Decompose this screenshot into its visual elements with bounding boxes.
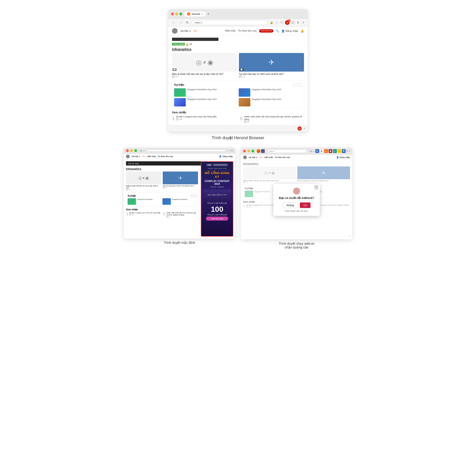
left-xem-items: 1 Ba đội V-League tranh nhau sân Hàng Đẩ… — [126, 212, 198, 218]
event-text-2: Singapore Resolution Day 2024 — [252, 88, 281, 91]
ext-icon-7[interactable]: ⦿ — [342, 149, 346, 153]
new-tab-button[interactable]: + — [207, 12, 209, 16]
events-header: Sự kiện ‹ › — [174, 83, 302, 87]
left-newest[interactable]: Mới nhất — [147, 155, 156, 158]
tab-favicon: H — [187, 12, 190, 16]
ext-icon-3[interactable]: A — [324, 149, 328, 153]
ad-prize-text: Tổng giá trị giải thưởng gần — [207, 202, 227, 204]
left-events: Sự kiện ‹ › Singapore Resolution... — [126, 192, 198, 206]
card1-likes: 💬 43 — [172, 76, 237, 78]
reload-button[interactable]: ↻ — [185, 20, 190, 25]
tech-badge: Công nghệ 🔔 93 — [172, 43, 304, 46]
ad-join-label: Tổng giá trị giải thưởng gần — [207, 214, 227, 216]
right-event-thumb-1 — [245, 191, 253, 197]
left-login[interactable]: 👤 Đăng nhập — [219, 155, 233, 158]
right-menu-icon[interactable]: ≡ — [349, 150, 350, 152]
left-card2-title: Tại sao máy bay có cánh xuôi về phía sau… — [163, 185, 198, 187]
event-item-4[interactable]: Singapore Resolution Day 2024 — [239, 98, 302, 106]
left-card-2[interactable]: ✈ Tại sao máy bay có cánh xuôi về phía s… — [163, 171, 198, 191]
left-menu-icon[interactable]: ⊡ — [231, 150, 233, 152]
ext-icon-4[interactable]: ◉ — [329, 149, 332, 153]
right-by-area[interactable]: Tin theo khu vực — [275, 156, 290, 158]
event-item-3[interactable]: Singapore Resolution Day 2024 — [174, 98, 237, 106]
left-minimize[interactable] — [130, 149, 133, 152]
ad-event-name: Vietnam GameVerse 2024 — [207, 168, 227, 169]
right-maximize[interactable] — [252, 150, 254, 153]
events-section: Sự kiện ‹ › Singapore Resolution Day 202… — [172, 81, 304, 109]
ad-contest-title: COSPLAY CONTEST — [204, 180, 230, 183]
bell-icon[interactable]: 🔔 — [301, 29, 304, 33]
left-xem-num-1: 1 — [126, 212, 128, 218]
left-event-2[interactable]: Singapore Resolution... — [162, 198, 196, 205]
adblock-buttons: Không Có — [277, 203, 316, 208]
right-login[interactable]: 👤 Đăng nhập — [336, 156, 350, 158]
right-read-icon[interactable]: Aa — [310, 150, 312, 152]
scroll-up-icon[interactable]: ↑ — [304, 127, 305, 130]
back-button[interactable]: ← — [171, 20, 176, 25]
minimize-button[interactable] — [175, 13, 178, 15]
ext-icon-6[interactable]: ! — [338, 149, 341, 153]
scroll-up-btn[interactable]: ↑ — [232, 233, 233, 237]
ext-icon-1[interactable]: B — [315, 149, 319, 153]
left-share-icon[interactable]: ↑ — [227, 150, 228, 152]
left-xem-2[interactable]: 5 Nhiều nước phản đối Giáo hoàng kêu gọi… — [163, 212, 198, 218]
right-minimize[interactable] — [247, 150, 250, 153]
adblock-yes-button[interactable]: Có — [300, 203, 310, 208]
left-back-icon[interactable]: ‹ — [143, 150, 143, 152]
address-bar[interactable]: https:// — [191, 20, 268, 25]
left-add-icon[interactable]: + — [229, 150, 230, 152]
login-button[interactable]: 👤 Đăng nhập — [281, 29, 298, 33]
left-xem-text-2: Nhiều nước phản đối Giáo hoàng kêu gọi U… — [166, 212, 198, 216]
rplane-icon: ✈ — [322, 170, 326, 176]
right-star-icon[interactable]: ☆ — [313, 150, 315, 152]
left-close[interactable] — [126, 149, 129, 152]
right-scroll-up[interactable]: ↑ — [349, 234, 351, 238]
infographic-card-2[interactable]: ✈ 📊 Tại sao máy bay có cánh xuôi về phía… — [239, 53, 304, 78]
prev-arrow[interactable]: ‹ — [293, 83, 297, 87]
ext-icon-5[interactable]: ▷ — [333, 149, 337, 153]
next-arrow[interactable]: › — [298, 83, 302, 87]
maximize-button[interactable] — [179, 13, 182, 15]
bookmark-icon[interactable]: ⊡ — [291, 21, 295, 24]
left-card-1[interactable]: ◎ ≠ ◉ Điều gì khiến mỗi dấu vân tay là đ… — [126, 171, 161, 191]
ext-icon-2[interactable]: ⊕ — [320, 149, 323, 153]
left-xem-likes-1: 💬 169 — [129, 214, 160, 215]
left-xem-1[interactable]: 1 Ba đội V-League tranh nhau sân Hàng Đẩ… — [126, 212, 161, 218]
by-area-link[interactable]: Tin theo khu vực — [238, 29, 257, 33]
left-event-1[interactable]: Singapore Resolution... — [128, 198, 162, 205]
left-next-arrow[interactable]: › — [194, 194, 196, 197]
search-icon[interactable]: 🔍 — [276, 29, 279, 33]
forward-button[interactable]: → — [178, 20, 183, 25]
right-address[interactable]: https:// — [268, 150, 307, 153]
close-button[interactable] — [171, 13, 174, 15]
left-by-area[interactable]: Tin theo khu vực — [158, 155, 173, 158]
xem-item-2[interactable]: 5 Nhiều nước phản đối Giáo hoàng kêu gọi… — [240, 116, 304, 123]
tab-close-icon[interactable]: ✕ — [201, 13, 203, 15]
right-close[interactable] — [243, 150, 246, 153]
adblock-no-button[interactable]: Không — [283, 203, 298, 208]
download-icon[interactable]: ⬇ — [296, 21, 300, 24]
adblock-close-button[interactable]: ✕ — [315, 185, 318, 189]
left-address[interactable] — [147, 150, 226, 152]
xem-num-2: 5 — [240, 116, 243, 121]
active-tab[interactable]: H herond ✕ — [184, 11, 206, 17]
infographic-card-1[interactable]: ◎ ≠ ◉ 📊 Điều gì khiến mỗi dấu vân tay là… — [172, 53, 237, 78]
menu-icon[interactable]: ≡ — [301, 21, 305, 24]
international-badge[interactable]: International — [259, 29, 273, 33]
star-icon[interactable]: ☆ — [275, 21, 278, 24]
event-item-2[interactable]: Singapore Resolution Day 2024 — [239, 88, 302, 97]
left-prev-arrow[interactable]: ‹ — [191, 194, 193, 197]
right-reload-icon[interactable]: ↻ — [346, 150, 348, 152]
left-maximize[interactable] — [134, 149, 137, 152]
right-newest[interactable]: Mới nhất — [265, 156, 273, 158]
event-text-1: Singapore Resolution Day 2024 — [187, 88, 217, 91]
left-fwd-icon[interactable]: › — [144, 150, 145, 152]
event-item-1[interactable]: Singapore Resolution Day 2024 — [174, 88, 237, 97]
newest-link[interactable]: Mới nhất — [225, 29, 236, 33]
weather-temp: 25° — [194, 30, 198, 32]
right-address-text: https:// — [269, 150, 275, 152]
ad-join-button[interactable]: Tham gia ngay — [206, 217, 228, 221]
address-text: https:// — [195, 21, 202, 24]
xem-item-1[interactable]: 1 Ba đội V-League tranh nhau sân Hàng Đẩ… — [172, 116, 236, 123]
infographics-title: Infographics — [172, 47, 304, 51]
